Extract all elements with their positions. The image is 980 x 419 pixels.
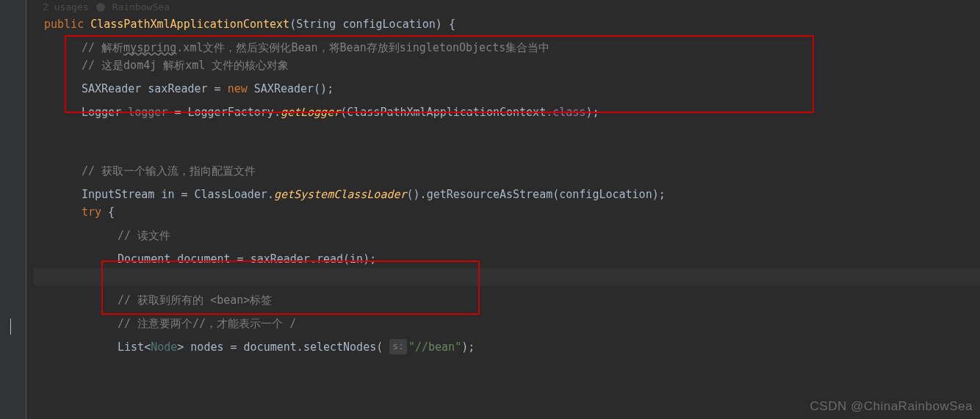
code-line-comment-4: // 读文件 <box>34 227 980 244</box>
watermark: CSDN @ChinaRainbowSea <box>810 396 973 416</box>
code-line-comment-3: // 获取一个输入流，指向配置文件 <box>34 162 980 180</box>
inlay-hints: 2 usages RainbowSea <box>43 0 980 15</box>
avatar-icon <box>96 3 105 12</box>
code-line-inputstream: InputStream in = ClassLoader.getSystemCl… <box>34 186 980 203</box>
author-hint[interactable]: RainbowSea <box>112 0 170 15</box>
current-line <box>34 268 980 285</box>
code-line-comment-5: // 获取到所有的 <bean>标签 <box>34 291 980 309</box>
code-line-saxreader: SAXReader saxReader = new SAXReader(); <box>34 80 980 98</box>
code-line-comment-2: // 这是dom4j 解析xml 文件的核心对象 <box>34 57 980 74</box>
keyword-public: public <box>44 15 84 33</box>
comment-text: // 解析myspring.xml文件，然后实例化Bean，将Bean存放到si… <box>82 39 550 57</box>
code-editor[interactable]: 2 usages RainbowSea public ClassPathXmlA… <box>26 0 980 356</box>
code-line-logger: Logger logger = LoggerFactory.getLogger(… <box>34 103 980 121</box>
method-name: ClassPathXmlApplicationContext <box>90 15 289 33</box>
param-name: configLocation <box>342 15 435 33</box>
param-type: String <box>296 15 336 33</box>
code-line-method-signature: public ClassPathXmlApplicationContext(St… <box>34 15 980 33</box>
inlay-param-hint: s: <box>389 339 407 354</box>
gutter[interactable] <box>0 0 26 419</box>
code-line-try: try { <box>34 203 980 221</box>
comment-text: // 这是dom4j 解析xml 文件的核心对象 <box>82 57 289 74</box>
code-line-listnodes: List<Node> nodes = document.selectNodes(… <box>34 338 980 356</box>
code-line-comment-6: // 注意要两个//，才能表示一个 / <box>34 315 980 332</box>
usages-hint[interactable]: 2 usages <box>43 0 89 15</box>
code-line-document: Document document = saxReader.read(in); <box>34 250 980 268</box>
code-line-comment-1: // 解析myspring.xml文件，然后实例化Bean，将Bean存放到si… <box>34 39 980 57</box>
text-caret <box>10 318 11 335</box>
